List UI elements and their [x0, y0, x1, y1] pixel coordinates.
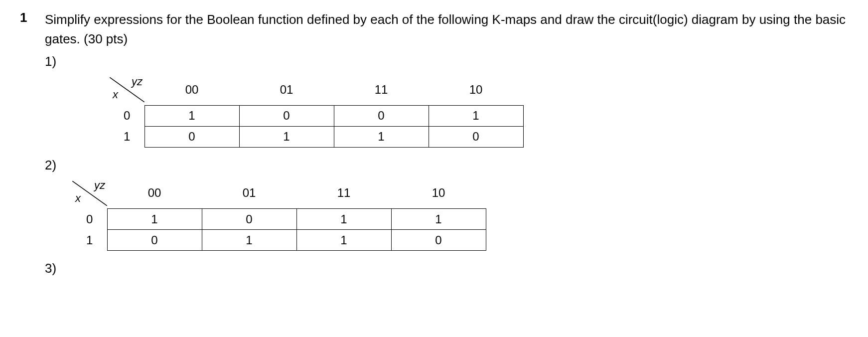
kmap-col-header: 11	[334, 74, 429, 105]
subpart-label-3: 3)	[45, 261, 848, 276]
kmap-cell: 1	[296, 209, 391, 230]
kmap-col-header: 01	[239, 74, 334, 105]
kmap-cell: 1	[202, 230, 296, 251]
question-text: Simplify expressions for the Boolean fun…	[45, 10, 848, 49]
kmap-cell: 0	[391, 230, 486, 251]
kmap-row-header: 0	[72, 209, 107, 230]
kmap-cell: 1	[145, 105, 239, 126]
kmap-row-header: 1	[110, 126, 145, 147]
kmap-row-var: x	[113, 88, 118, 101]
kmap-cell: 1	[107, 209, 202, 230]
question-number: 1	[20, 10, 30, 25]
kmap-col-header: 10	[391, 178, 486, 209]
kmap-cell: 1	[239, 126, 334, 147]
kmap-1: x yz 00 01 11 10 0 1 0 0 1	[110, 74, 848, 148]
kmap-col-var: yz	[132, 75, 143, 88]
kmap-row-var: x	[75, 192, 81, 205]
kmap-cell: 1	[296, 230, 391, 251]
subpart-label-1: 1)	[45, 54, 848, 69]
kmap-col-header: 11	[296, 178, 391, 209]
kmap-2: x yz 00 01 11 10 0 1 0 1 1	[72, 178, 848, 251]
kmap-col-header: 01	[202, 178, 296, 209]
kmap-cell: 0	[145, 126, 239, 147]
kmap-cell: 1	[391, 209, 486, 230]
kmap-col-header: 10	[429, 74, 523, 105]
kmap-cell: 0	[107, 230, 202, 251]
kmap-col-var: yz	[94, 179, 105, 192]
kmap-row-header: 0	[110, 105, 145, 126]
subpart-label-2: 2)	[45, 158, 848, 173]
kmap-cell: 0	[334, 105, 429, 126]
kmap-cell: 0	[202, 209, 296, 230]
kmap-cell: 1	[334, 126, 429, 147]
kmap-cell: 1	[429, 105, 523, 126]
kmap-col-header: 00	[145, 74, 239, 105]
kmap-col-header: 00	[107, 178, 202, 209]
kmap-cell: 0	[239, 105, 334, 126]
kmap-row-header: 1	[72, 230, 107, 251]
kmap-cell: 0	[429, 126, 523, 147]
